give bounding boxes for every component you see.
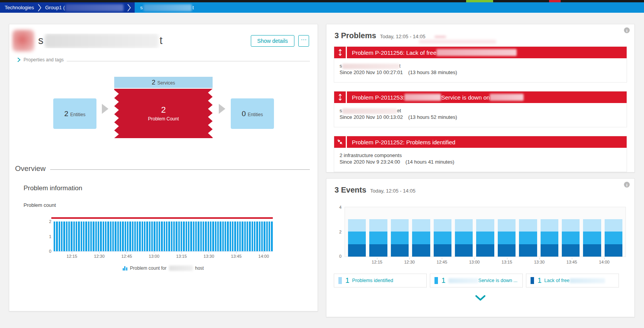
bar[interactable] xyxy=(254,221,255,251)
bar[interactable] xyxy=(103,221,104,251)
bar[interactable] xyxy=(85,221,87,251)
bar[interactable] xyxy=(227,221,228,251)
bar[interactable] xyxy=(117,221,119,251)
bar[interactable] xyxy=(234,221,236,251)
bar[interactable] xyxy=(93,221,94,251)
stacked-bar[interactable] xyxy=(455,219,473,257)
bar[interactable] xyxy=(125,221,126,251)
info-icon[interactable] xyxy=(624,182,630,188)
show-details-button[interactable]: Show details xyxy=(251,35,294,47)
stacked-bar[interactable] xyxy=(434,219,451,257)
bar[interactable] xyxy=(200,221,202,251)
stacked-bar[interactable] xyxy=(541,219,558,257)
bar[interactable] xyxy=(220,221,221,251)
bar[interactable] xyxy=(73,221,75,251)
bar[interactable] xyxy=(232,221,233,251)
breadcrumb-item-technologies[interactable]: Technologies xyxy=(5,5,34,10)
bar[interactable] xyxy=(176,221,177,251)
bar[interactable] xyxy=(188,221,189,251)
bar[interactable] xyxy=(249,221,250,251)
bar[interactable] xyxy=(173,221,175,251)
bar[interactable] xyxy=(134,221,136,251)
chart-plot-area[interactable] xyxy=(54,217,273,252)
bar[interactable] xyxy=(59,221,60,251)
bar[interactable] xyxy=(244,221,246,251)
bar[interactable] xyxy=(129,221,131,251)
bar[interactable] xyxy=(83,221,85,251)
bar[interactable] xyxy=(256,221,258,251)
bar[interactable] xyxy=(217,221,219,251)
bar[interactable] xyxy=(178,221,180,251)
stacked-bar[interactable] xyxy=(498,219,516,257)
bar[interactable] xyxy=(159,221,160,251)
bar[interactable] xyxy=(195,221,197,251)
bar[interactable] xyxy=(88,221,90,251)
bar[interactable] xyxy=(127,221,128,251)
stacked-bar[interactable] xyxy=(519,219,537,257)
downstream-entities-box[interactable]: 0Entities xyxy=(231,98,274,129)
chart-plot-area[interactable] xyxy=(345,207,626,257)
bar[interactable] xyxy=(78,221,79,251)
bar[interactable] xyxy=(259,221,260,251)
bar[interactable] xyxy=(146,221,148,251)
event-legend-item[interactable]: 1Service is down ... xyxy=(430,274,523,287)
bar[interactable] xyxy=(252,221,253,251)
stacked-bar[interactable] xyxy=(391,219,409,257)
bar[interactable] xyxy=(266,221,268,251)
bar[interactable] xyxy=(264,221,265,251)
bar[interactable] xyxy=(210,221,211,251)
bar[interactable] xyxy=(98,221,99,251)
bar[interactable] xyxy=(161,221,162,251)
bar[interactable] xyxy=(237,221,238,251)
bar[interactable] xyxy=(115,221,116,251)
services-box[interactable]: 2Services xyxy=(114,77,213,88)
bar[interactable] xyxy=(142,221,143,251)
bar[interactable] xyxy=(100,221,101,251)
bar[interactable] xyxy=(269,221,270,251)
stacked-bar[interactable] xyxy=(562,219,580,257)
bar[interactable] xyxy=(120,221,121,251)
bar[interactable] xyxy=(247,221,248,251)
bar[interactable] xyxy=(261,221,263,251)
bar[interactable] xyxy=(205,221,206,251)
bar[interactable] xyxy=(68,221,70,251)
bar[interactable] xyxy=(156,221,158,251)
bar[interactable] xyxy=(90,221,92,251)
chart-legend[interactable]: Problem count for host xyxy=(54,265,273,271)
bar[interactable] xyxy=(66,221,68,251)
bar[interactable] xyxy=(110,221,112,251)
bar[interactable] xyxy=(95,221,97,251)
stacked-bar[interactable] xyxy=(476,219,494,257)
bar[interactable] xyxy=(132,221,134,251)
more-options-button[interactable]: ⋯ xyxy=(298,35,309,47)
bar[interactable] xyxy=(139,221,140,251)
bar[interactable] xyxy=(222,221,224,251)
bar[interactable] xyxy=(112,221,114,251)
stacked-bar[interactable] xyxy=(583,219,601,257)
bar[interactable] xyxy=(239,221,241,251)
bar[interactable] xyxy=(107,221,109,251)
bar[interactable] xyxy=(54,221,55,251)
event-legend-item[interactable]: 1Lack of free xyxy=(526,274,619,287)
bar[interactable] xyxy=(71,221,72,251)
bar[interactable] xyxy=(183,221,184,251)
event-legend-item[interactable]: 1Problems identified xyxy=(334,274,427,287)
bar[interactable] xyxy=(190,221,192,251)
bar[interactable] xyxy=(151,221,153,251)
problem-entry[interactable]: Problem P-2011252: Problems identified2 … xyxy=(334,136,627,172)
bar[interactable] xyxy=(81,221,82,251)
bar[interactable] xyxy=(76,221,77,251)
expand-chevron-button[interactable] xyxy=(326,295,634,301)
stacked-bar[interactable] xyxy=(412,219,430,257)
bar[interactable] xyxy=(61,221,63,251)
bar[interactable] xyxy=(149,221,150,251)
problem-entry[interactable]: Problem P-2011256: Lack of freestSince 2… xyxy=(334,46,627,83)
bar[interactable] xyxy=(164,221,165,251)
bar[interactable] xyxy=(203,221,204,251)
bar[interactable] xyxy=(186,221,187,251)
bar[interactable] xyxy=(171,221,172,251)
bar[interactable] xyxy=(137,221,138,251)
bar[interactable] xyxy=(105,221,106,251)
info-icon[interactable] xyxy=(624,27,630,33)
bar[interactable] xyxy=(181,221,182,251)
